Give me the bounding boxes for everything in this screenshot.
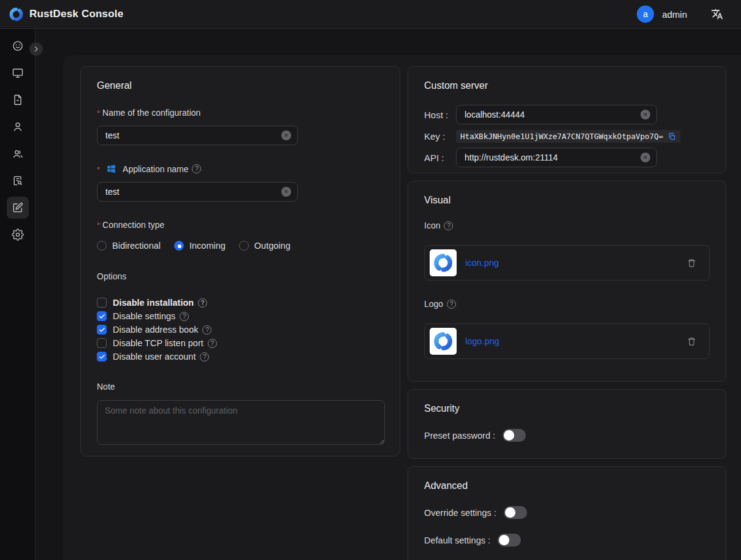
sidebar-collapse-button[interactable] — [29, 42, 43, 56]
application-name-input[interactable] — [97, 182, 298, 202]
clear-icon[interactable] — [281, 131, 291, 140]
api-input[interactable] — [456, 148, 657, 167]
brand: RustDesk Console — [9, 7, 123, 22]
host-field[interactable] — [457, 105, 656, 124]
icon-thumbnail — [430, 249, 457, 276]
override-settings-toggle[interactable] — [504, 506, 527, 519]
sidebar-item-documents[interactable] — [4, 86, 31, 113]
note-textarea[interactable] — [97, 400, 385, 445]
radio-outgoing[interactable]: Outgoing — [239, 241, 291, 251]
help-icon[interactable] — [200, 352, 209, 361]
main-content: General Name of the configuration Applic… — [63, 55, 741, 560]
help-icon[interactable] — [444, 221, 453, 230]
override-settings-label: Override settings : — [424, 508, 496, 518]
monitor-icon — [7, 62, 29, 84]
checkbox-disable-settings[interactable]: Disable settings — [97, 309, 384, 323]
security-title: Security — [424, 403, 710, 414]
custom-server-card: Custom server Host : Key : HtaXBkJNHyn0e… — [408, 66, 726, 173]
application-name-field[interactable] — [97, 183, 297, 201]
checkbox-icon — [97, 325, 107, 335]
delete-icon[interactable] — [686, 258, 697, 268]
sidebar-item-custom-clients[interactable] — [4, 194, 31, 221]
clear-icon[interactable] — [281, 187, 291, 197]
checkbox-icon — [97, 298, 107, 308]
advanced-card: Advanced Override settings : Default set… — [408, 466, 726, 560]
sidebar-item-settings[interactable] — [4, 221, 31, 248]
checkbox-disable-tcp-listen-port[interactable]: Disable TCP listen port — [97, 336, 384, 350]
smiley-icon — [7, 35, 29, 57]
default-settings-toggle[interactable] — [498, 534, 521, 547]
logo-thumbnail — [430, 328, 457, 355]
help-icon[interactable] — [208, 339, 217, 348]
sidebar-item-overview[interactable] — [4, 32, 31, 59]
default-settings-row: Default settings : — [424, 534, 710, 547]
windows-icon — [106, 164, 116, 174]
config-name-field[interactable] — [97, 126, 297, 145]
checkbox-disable-user-account[interactable]: Disable user account — [97, 350, 384, 363]
icon-file-row: icon.png — [424, 245, 710, 281]
advanced-title: Advanced — [424, 480, 710, 491]
help-icon[interactable] — [202, 325, 211, 335]
checkbox-disable-installation[interactable]: Disable installation — [97, 296, 384, 309]
connection-type-label: Connection type — [97, 220, 384, 230]
config-name-label: Name of the configuration — [97, 108, 384, 118]
sidebar-item-groups[interactable] — [4, 140, 31, 167]
checkbox-icon — [97, 352, 107, 361]
config-name-input[interactable] — [97, 126, 298, 145]
preset-password-label: Preset password : — [424, 431, 495, 441]
api-label: API : — [424, 153, 456, 163]
language-icon[interactable] — [710, 7, 724, 21]
visual-title: Visual — [424, 195, 710, 206]
visual-card: Visual Icon icon.png Log — [408, 181, 726, 382]
connection-type-group: Bidirectional Incoming Outgoing — [97, 241, 384, 251]
radio-icon — [239, 241, 249, 251]
help-icon[interactable] — [180, 312, 189, 321]
document-icon — [7, 89, 29, 111]
radio-icon — [174, 241, 184, 251]
rustdesk-logo-icon — [9, 7, 24, 22]
sidebar-item-audit[interactable] — [4, 167, 31, 194]
edit-icon — [7, 197, 29, 219]
server-key: HtaXBkJNHyn0e1U1jWXze7A7CN7QTGWqxkOtpaVp… — [456, 130, 680, 143]
logo-label: Logo — [424, 299, 710, 309]
username[interactable]: admin — [662, 9, 687, 20]
help-icon[interactable] — [192, 164, 201, 173]
note-label: Note — [97, 382, 384, 392]
general-title: General — [97, 80, 384, 91]
custom-server-title: Custom server — [424, 80, 710, 91]
preset-password-row: Preset password : — [424, 429, 710, 442]
sidebar-item-users[interactable] — [4, 113, 31, 140]
user-icon — [7, 116, 29, 138]
key-label: Key : — [424, 131, 456, 142]
security-card: Security Preset password : — [408, 389, 726, 459]
copy-icon[interactable] — [667, 132, 676, 141]
logo-file-link[interactable]: logo.png — [465, 336, 500, 346]
radio-incoming[interactable]: Incoming — [174, 241, 226, 251]
logo-file-row: logo.png — [424, 324, 710, 359]
app-title: RustDesk Console — [29, 8, 123, 20]
clear-icon[interactable] — [640, 110, 650, 119]
radio-bidirectional[interactable]: Bidirectional — [97, 241, 161, 251]
audit-log-icon — [7, 170, 29, 192]
delete-icon[interactable] — [686, 336, 697, 347]
preset-password-toggle[interactable] — [503, 429, 526, 442]
default-settings-label: Default settings : — [424, 535, 490, 545]
options-label: Options — [97, 271, 384, 281]
help-icon[interactable] — [447, 300, 456, 309]
sidebar — [0, 29, 36, 560]
checkbox-disable-address-book[interactable]: Disable address book — [97, 323, 384, 336]
sidebar-item-devices[interactable] — [4, 59, 31, 86]
host-input[interactable] — [456, 105, 657, 124]
settings-icon — [7, 224, 29, 246]
override-settings-row: Override settings : — [424, 506, 710, 519]
clear-icon[interactable] — [640, 153, 650, 162]
checkbox-icon — [97, 338, 107, 348]
users-icon — [7, 143, 29, 165]
checkbox-icon — [97, 311, 107, 321]
radio-icon — [97, 241, 107, 251]
help-icon[interactable] — [198, 298, 207, 308]
avatar[interactable]: a — [637, 6, 654, 23]
api-field[interactable] — [457, 148, 656, 167]
host-label: Host : — [424, 110, 456, 120]
icon-file-link[interactable]: icon.png — [465, 258, 499, 268]
